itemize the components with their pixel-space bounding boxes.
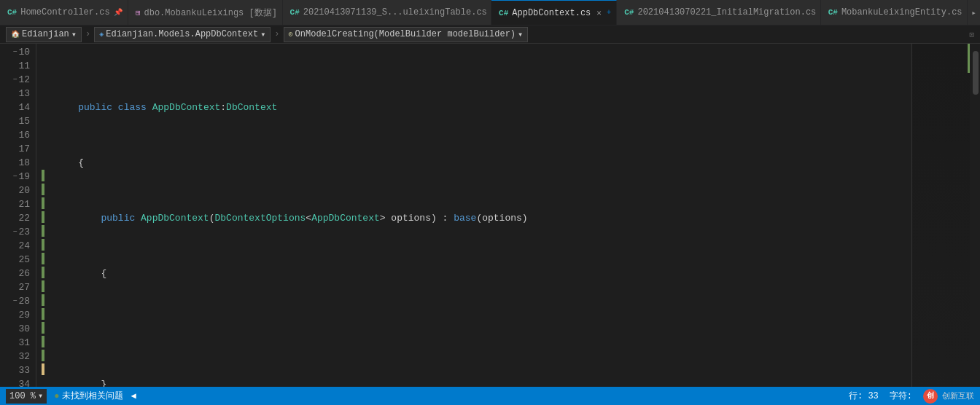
indicator-22 xyxy=(36,210,50,224)
watermark-logo: 创 xyxy=(923,389,938,404)
tab-migration-table[interactable]: C# 20210413071139_S...uleixingTable.cs xyxy=(283,0,492,25)
code-editor[interactable]: public class AppDbContext:DbContext { pu… xyxy=(50,44,911,387)
indicator-29 xyxy=(36,307,50,321)
breadcrumb-right: ⊡ xyxy=(969,30,974,39)
collapse-btn-19[interactable]: − xyxy=(12,170,17,184)
collapse-btn-23[interactable]: − xyxy=(12,225,17,239)
dropdown-arrow: ▾ xyxy=(260,29,265,40)
line-31: 31 xyxy=(0,336,30,350)
breadcrumb-sep2: › xyxy=(274,29,279,39)
editor-area: −10 11 −12 13 14 15 16 17 18 −19 20 21 2… xyxy=(0,44,980,387)
indicator-16 xyxy=(36,127,50,141)
watermark-text: 创新互联 xyxy=(942,390,974,401)
tab-close-icon[interactable]: ✕ xyxy=(596,8,602,17)
char-text: 字符: xyxy=(890,390,912,402)
line-10: −10 xyxy=(0,45,30,59)
line-34: 34 xyxy=(0,377,30,387)
breadcrumb-namespace[interactable]: 🏠 Edianjian ▾ xyxy=(6,27,82,42)
zoom-control[interactable]: 100 % ▾ xyxy=(6,389,47,404)
tab-homecontroller[interactable]: C# HomeController.cs 📌 xyxy=(0,0,128,25)
method-icon: ⊙ xyxy=(289,30,293,39)
scrollbar-thumb[interactable] xyxy=(973,51,979,95)
line-33: 33 xyxy=(0,363,30,377)
indicator-19 xyxy=(36,168,50,182)
indicator-23 xyxy=(36,224,50,237)
code-line-14 xyxy=(55,322,911,336)
indicator-18 xyxy=(36,154,50,168)
db-file-icon: ⊞ xyxy=(136,8,141,17)
code-line-13: { xyxy=(55,267,911,280)
dropdown-arrow: ▾ xyxy=(71,29,77,40)
status-left: 100 % ▾ ● 未找到相关问题 ◀ xyxy=(6,389,136,404)
collapse-btn-10[interactable]: − xyxy=(12,45,17,59)
cs-file-icon: C# xyxy=(828,8,838,17)
error-icon: ● xyxy=(54,391,59,401)
status-bar: 100 % ▾ ● 未找到相关问题 ◀ 行: 33 字符: 创 创新互联 xyxy=(0,387,980,405)
editor-window: C# HomeController.cs 📌 ⊞ dbo.MobankuLeix… xyxy=(0,0,980,405)
modified-indicator: + xyxy=(607,9,611,17)
line-23: −23 xyxy=(0,225,30,239)
code-line-15: } xyxy=(55,377,911,387)
tab-scroll-right[interactable]: ▸ xyxy=(968,0,980,25)
line-15: 15 xyxy=(0,114,30,128)
tab-initialmigration[interactable]: C# 20210413070221_InitialMigration.cs xyxy=(617,0,820,25)
tab-bar: C# HomeController.cs 📌 ⊞ dbo.MobankuLeix… xyxy=(0,0,980,25)
breadcrumb-method[interactable]: ⊙ OnModelCreating(ModelBuilder modelBuil… xyxy=(284,27,529,42)
indicator-14 xyxy=(36,99,50,113)
tab-label: dbo.MobankuLeixings [数据] xyxy=(144,7,277,19)
tab-label: 20210413070221_InitialMigration.cs xyxy=(637,7,816,17)
code-line-11: { xyxy=(55,156,911,170)
pin-icon: 📌 xyxy=(114,8,122,17)
line-12: −12 xyxy=(0,73,30,87)
indicator-20 xyxy=(36,182,50,196)
line-17: 17 xyxy=(0,142,30,156)
status-right: 行: 33 字符: 创 创新互联 xyxy=(849,389,974,404)
cs-file-icon: C# xyxy=(290,8,300,17)
tab-appdbcontext[interactable]: C# AppDbContext.cs ✕ + xyxy=(491,0,617,25)
breadcrumb-sep1: › xyxy=(85,29,90,39)
cs-file-icon: C# xyxy=(499,9,508,17)
indicator-25 xyxy=(36,251,50,265)
cs-file-icon: C# xyxy=(7,8,17,17)
change-indicators xyxy=(36,44,50,387)
indicator-33 xyxy=(36,362,50,376)
line-20: 20 xyxy=(0,184,30,197)
dropdown-arrow: ▾ xyxy=(518,29,523,40)
tab-mobankuleixingentity[interactable]: C# MobankuLeixingEntity.cs xyxy=(821,0,968,25)
line-numbers-gutter: −10 11 −12 13 14 15 16 17 18 −19 20 21 2… xyxy=(0,44,36,387)
line-21: 21 xyxy=(0,197,30,211)
line-18: 18 xyxy=(0,156,30,170)
position-text: 行: 33 xyxy=(849,390,879,402)
zoom-value: 100 % xyxy=(9,391,36,401)
indicator-15 xyxy=(36,113,50,127)
nav-icon: ◀ xyxy=(131,391,136,401)
class-icon: ◈ xyxy=(99,30,104,39)
line-24: 24 xyxy=(0,239,30,253)
tab-dbo[interactable]: ⊞ dbo.MobankuLeixings [数据] xyxy=(128,0,283,25)
minimap xyxy=(911,44,970,387)
collapse-btn-28[interactable]: − xyxy=(12,294,17,308)
zoom-arrow: ▾ xyxy=(38,390,43,401)
line-32: 32 xyxy=(0,350,30,363)
code-line-10: public class AppDbContext:DbContext xyxy=(55,101,911,114)
line-26: 26 xyxy=(0,267,30,280)
breadcrumb-class[interactable]: ◈ Edianjian.Models.AppDbContext ▾ xyxy=(94,27,271,42)
line-13: 13 xyxy=(0,87,30,101)
collapse-btn-12[interactable]: − xyxy=(12,73,17,87)
vertical-scrollbar[interactable] xyxy=(970,44,980,387)
indicator-21 xyxy=(36,196,50,210)
indicator-11 xyxy=(36,58,50,71)
indicator-28 xyxy=(36,293,50,307)
breadcrumb-bar: 🏠 Edianjian ▾ › ◈ Edianjian.Models.AppDb… xyxy=(0,25,980,44)
line-16: 16 xyxy=(0,128,30,142)
line-29: 29 xyxy=(0,308,30,322)
namespace-icon: 🏠 xyxy=(11,30,20,39)
indicator-26 xyxy=(36,265,50,279)
line-25: 25 xyxy=(0,253,30,267)
line-27: 27 xyxy=(0,280,30,294)
cs-file-icon: C# xyxy=(624,8,634,17)
indicator-32 xyxy=(36,348,50,362)
nav-button[interactable]: ◀ xyxy=(131,390,136,401)
line-11: 11 xyxy=(0,59,30,73)
indicator-10 xyxy=(36,44,50,58)
